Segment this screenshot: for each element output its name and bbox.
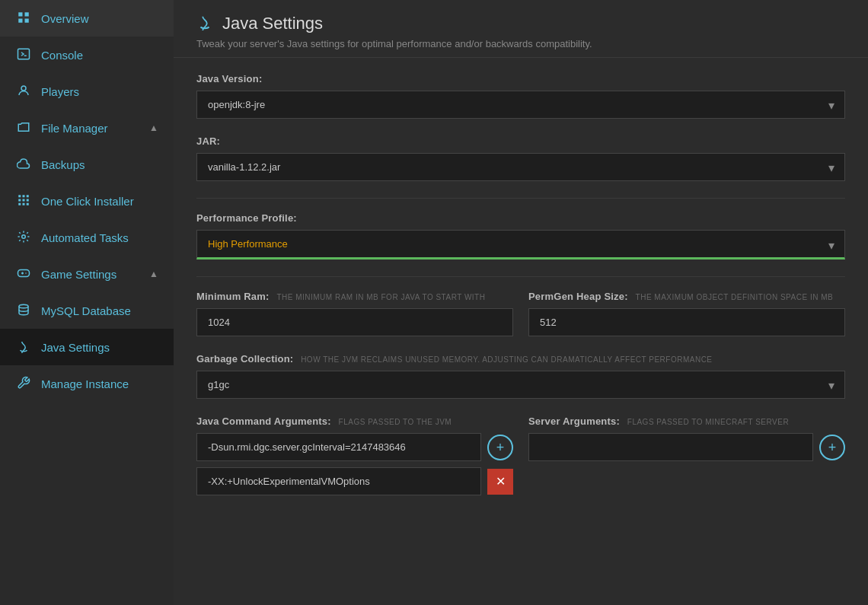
sidebar-label-game-settings: Game Settings	[41, 268, 116, 281]
jar-label: JAR:	[196, 135, 845, 147]
server-arg-row-1: +	[528, 433, 845, 461]
ram-permgen-row: Minimum Ram: THE MINIMUM RAM IN MB FOR J…	[196, 291, 845, 353]
cog-icon	[15, 230, 32, 246]
svg-rect-8	[23, 195, 25, 197]
svg-rect-9	[27, 195, 29, 197]
java-arg-row-1: +	[196, 433, 513, 461]
svg-point-16	[22, 234, 26, 238]
folder-icon	[15, 120, 32, 136]
permgen-label: PermGen Heap Size: THE MAXIMUM OBJECT DE…	[528, 291, 845, 302]
sidebar-label-manage-instance: Manage Instance	[41, 377, 129, 390]
java-arg-row-2: ✕	[196, 467, 513, 495]
java-version-section: Java Version: openjdk:8-jre	[196, 73, 845, 119]
page-subtitle: Tweak your server's Java settings for op…	[196, 38, 845, 49]
jar-select[interactable]: vanilla-1.12.2.jar	[196, 153, 845, 181]
wrench-icon	[15, 376, 32, 392]
java-args-section: Java Command Arguments: FLAGS PASSED TO …	[196, 416, 513, 502]
chevron-up-icon: ▲	[149, 123, 158, 133]
sidebar-label-java-settings: Java Settings	[41, 341, 110, 354]
sidebar-item-one-click-installer[interactable]: One Click Installer	[0, 183, 174, 219]
sidebar-label-mysql-database: MySQL Database	[41, 304, 131, 317]
add-server-arg-button[interactable]: +	[819, 435, 845, 460]
java-arg-1-input[interactable]	[196, 433, 481, 461]
cloud-icon	[15, 157, 32, 173]
chevron-up-icon-2: ▲	[149, 269, 158, 279]
java-arg-2-input[interactable]	[196, 467, 481, 495]
java-settings-icon	[196, 14, 213, 33]
grid-icon	[15, 11, 32, 27]
garbage-collection-select[interactable]: g1gc	[196, 371, 845, 399]
performance-profile-section: Performance Profile: High Performance	[196, 212, 845, 260]
user-icon	[15, 84, 32, 100]
server-arg-1-input[interactable]	[528, 433, 813, 461]
apps-icon	[15, 193, 32, 209]
args-row: Java Command Arguments: FLAGS PASSED TO …	[196, 416, 845, 518]
svg-point-6	[21, 86, 26, 91]
sidebar-label-backups: Backups	[41, 158, 85, 171]
sidebar-item-players[interactable]: Players	[0, 73, 174, 110]
garbage-collection-label: Garbage Collection: HOW THE JVM RECLAIMS…	[196, 353, 845, 365]
sidebar-item-manage-instance[interactable]: Manage Instance	[0, 365, 174, 402]
sidebar-item-backups[interactable]: Backups	[0, 146, 174, 183]
sidebar-label-overview: Overview	[41, 12, 89, 25]
performance-profile-label: Performance Profile:	[196, 212, 845, 224]
sidebar-label-players: Players	[41, 85, 79, 98]
sidebar-item-overview[interactable]: Overview	[0, 0, 174, 37]
svg-rect-0	[18, 12, 22, 16]
minimum-ram-input[interactable]	[196, 308, 513, 336]
svg-rect-1	[25, 12, 29, 16]
svg-point-20	[25, 272, 27, 274]
divider-1	[196, 198, 845, 199]
main-content: Java Settings Tweak your server's Java s…	[174, 0, 868, 605]
add-java-arg-button[interactable]: +	[487, 435, 513, 460]
svg-rect-3	[25, 18, 29, 22]
svg-rect-2	[18, 18, 22, 22]
sidebar-label-file-manager: File Manager	[41, 122, 108, 135]
sidebar: Overview Console Players File Manager ▲ …	[0, 0, 174, 605]
java-version-label: Java Version:	[196, 73, 845, 84]
performance-profile-select-wrapper: High Performance	[196, 230, 845, 260]
content-area: Java Version: openjdk:8-jre JAR: vanilla…	[174, 58, 868, 533]
svg-rect-12	[27, 199, 29, 201]
jar-section: JAR: vanilla-1.12.2.jar	[196, 135, 845, 181]
sidebar-item-mysql-database[interactable]: MySQL Database	[0, 292, 174, 329]
garbage-collection-select-wrapper: g1gc	[196, 371, 845, 399]
sidebar-item-java-settings[interactable]: Java Settings	[0, 329, 174, 365]
terminal-icon	[15, 47, 32, 63]
sidebar-item-automated-tasks[interactable]: Automated Tasks	[0, 219, 174, 256]
java-version-select-wrapper: openjdk:8-jre	[196, 91, 845, 119]
page-title: Java Settings	[222, 14, 323, 33]
remove-java-arg-button[interactable]: ✕	[487, 469, 513, 495]
java-args-label: Java Command Arguments: FLAGS PASSED TO …	[196, 416, 513, 427]
permgen-section: PermGen Heap Size: THE MAXIMUM OBJECT DE…	[528, 291, 845, 336]
performance-profile-select[interactable]: High Performance	[196, 230, 845, 260]
db-icon	[15, 303, 32, 319]
svg-rect-15	[27, 202, 29, 205]
minimum-ram-section: Minimum Ram: THE MINIMUM RAM IN MB FOR J…	[196, 291, 513, 336]
garbage-collection-section: Garbage Collection: HOW THE JVM RECLAIMS…	[196, 353, 845, 399]
svg-rect-11	[23, 199, 25, 201]
sidebar-item-console[interactable]: Console	[0, 37, 174, 73]
sidebar-item-game-settings[interactable]: Game Settings ▲	[0, 256, 174, 292]
java-icon	[15, 339, 32, 355]
java-version-select[interactable]: openjdk:8-jre	[196, 91, 845, 119]
jar-select-wrapper: vanilla-1.12.2.jar	[196, 153, 845, 181]
page-header: Java Settings Tweak your server's Java s…	[174, 0, 868, 58]
divider-2	[196, 276, 845, 277]
server-args-label: Server Arguments: FLAGS PASSED TO MINECR…	[528, 416, 845, 427]
sidebar-item-file-manager[interactable]: File Manager ▲	[0, 110, 174, 146]
svg-rect-14	[23, 202, 25, 205]
sidebar-label-automated-tasks: Automated Tasks	[41, 231, 129, 244]
gamepad-icon	[15, 266, 32, 282]
sidebar-label-one-click-installer: One Click Installer	[41, 195, 134, 208]
svg-rect-13	[18, 202, 21, 205]
svg-rect-7	[18, 195, 21, 197]
svg-point-21	[19, 304, 28, 308]
minimum-ram-label: Minimum Ram: THE MINIMUM RAM IN MB FOR J…	[196, 291, 513, 302]
server-args-section: Server Arguments: FLAGS PASSED TO MINECR…	[528, 416, 845, 502]
svg-rect-10	[18, 199, 21, 201]
sidebar-label-console: Console	[41, 49, 83, 62]
permgen-input[interactable]	[528, 308, 845, 336]
